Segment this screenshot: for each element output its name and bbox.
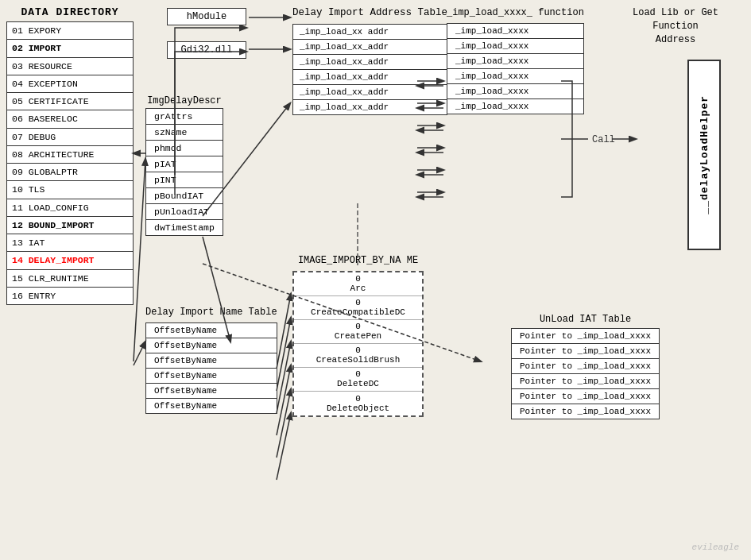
delay-load-helper-box: __delayLoadHelper <box>687 60 721 250</box>
diat-row-1: _imp_load_xx_addr <box>293 40 447 55</box>
field-row-5: pBoundIAT <box>146 188 223 204</box>
unload-iat-row-5: Pointer to _imp_load_xxxx <box>512 404 659 419</box>
diat-row-4: _imp_load_xx_addr <box>293 85 447 100</box>
dir-item-8: 09 GLOBALPTR <box>6 164 134 181</box>
imp-func-row-5: _imp_load_xxxx <box>447 99 583 114</box>
dir-item-2: 03 RESOURCE <box>6 58 134 75</box>
diat-title: Delay Import Address Table <box>292 6 447 21</box>
field-row-2: phmod <box>146 141 223 156</box>
import-by-name-row-4: 0DeleteDC <box>294 368 422 392</box>
diat-row-0: _imp_load_xx addr <box>293 25 447 40</box>
dir-item-13: 14 DELAY_IMPORT <box>6 252 134 269</box>
unload-iat-rows: Pointer to _imp_load_xxxxPointer to _imp… <box>511 328 660 419</box>
imp-func-title: _imp_load_xxxx_ function <box>447 6 584 20</box>
imp-func-row-1: _imp_load_xxxx <box>447 39 583 54</box>
img-delay-descr: ImgDelayDescr grAttrsszNamephmodpIATpINT… <box>145 95 223 236</box>
unload-iat-row-4: Pointer to _imp_load_xxxx <box>512 389 659 404</box>
diat-section: Delay Import Address Table _imp_load_xx … <box>292 6 447 115</box>
unload-iat-row-3: Pointer to _imp_load_xxxx <box>512 374 659 389</box>
field-row-6: pUnloadIAT <box>146 204 223 220</box>
svg-line-21 <box>277 318 291 391</box>
data-directory-panel: DATA DIRECTORY 01 EXPORY02 IMPORT03 RESO… <box>6 6 134 305</box>
unload-iat-row-0: Pointer to _imp_load_xxxx <box>512 329 659 344</box>
load-lib-title: Load Lib or Get Function Address <box>632 6 719 46</box>
import-by-name-row-1: 0CreateCompatibleDC <box>294 296 422 320</box>
delay-name-title: Delay Import Name Table <box>145 306 277 319</box>
dir-item-5: 06 BASERELOC <box>6 110 134 128</box>
unload-iat-title: UnLoad IAT Table <box>511 314 660 325</box>
dir-item-1: 02 IMPORT <box>6 40 134 57</box>
svg-line-23 <box>277 365 291 435</box>
delay-name-row-4: OffsetByName <box>146 384 277 399</box>
delay-name-rows: OffsetByNameOffsetByNameOffsetByNameOffs… <box>145 322 277 414</box>
field-row-4: pINT <box>146 172 223 188</box>
imp-func-rows: _imp_load_xxxx_imp_load_xxxx_imp_load_xx… <box>447 23 584 114</box>
imp-func-row-4: _imp_load_xxxx <box>447 84 583 99</box>
delay-name-row-2: OffsetByName <box>146 353 277 369</box>
dir-item-15: 16 ENTRY <box>6 288 134 305</box>
dir-item-11: 12 BOUND_IMPORT <box>6 217 134 234</box>
import-by-name-row-3: 0CreateSolidBrush <box>294 344 422 368</box>
delay-name-row-0: OffsetByName <box>146 323 277 338</box>
delay-load-helper-label: __delayLoadHelper <box>699 95 710 214</box>
dir-item-4: 05 CERTIFICATE <box>6 93 134 110</box>
dir-item-0: 01 EXPORY <box>6 21 134 40</box>
img-delay-fields: grAttrsszNamephmodpIATpINTpBoundIATpUnlo… <box>145 108 223 236</box>
diat-rows: _imp_load_xx addr_imp_load_xx_addr_imp_l… <box>292 24 447 115</box>
delay-name-row-3: OffsetByName <box>146 369 277 384</box>
diat-row-3: _imp_load_xx_addr <box>293 70 447 85</box>
import-by-name-row-2: 0CreatePen <box>294 320 422 344</box>
svg-line-20 <box>277 294 291 369</box>
imp-func-row-0: _imp_load_xxxx <box>447 24 583 39</box>
dir-item-10: 11 LOAD_CONFIG <box>6 199 134 217</box>
delay-name-row-1: OffsetByName <box>146 338 277 353</box>
unload-iat-table: UnLoad IAT Table Pointer to _imp_load_xx… <box>511 314 660 419</box>
field-row-1: szName <box>146 125 223 141</box>
diat-row-2: _imp_load_xx_addr <box>293 55 447 70</box>
delay-name-table: Delay Import Name Table OffsetByNameOffs… <box>145 306 277 414</box>
field-row-7: dwTimeStamp <box>146 220 223 235</box>
dir-item-14: 15 CLR_RUNTIME <box>6 270 134 288</box>
gdi32-box: Gdi32.dll <box>167 41 246 59</box>
unload-iat-row-2: Pointer to _imp_load_xxxx <box>512 359 659 374</box>
imp-func-row-2: _imp_load_xxxx <box>447 54 583 69</box>
unload-iat-row-1: Pointer to _imp_load_xxxx <box>512 344 659 359</box>
dir-item-6: 07 DEBUG <box>6 129 134 146</box>
svg-line-22 <box>277 342 291 413</box>
svg-text:Call: Call <box>592 134 615 145</box>
diat-row-5: _imp_load_xx_addr <box>293 100 447 114</box>
delay-name-row-5: OffsetByName <box>146 399 277 413</box>
watermark: evileagle <box>692 543 739 552</box>
diagram-container: DATA DIRECTORY 01 EXPORY02 IMPORT03 RESO… <box>0 0 751 560</box>
imp-func-section: _imp_load_xxxx_ function _imp_load_xxxx_… <box>447 6 584 114</box>
dir-item-9: 10 TLS <box>6 181 134 199</box>
import-by-name-rows: 0Arc0CreateCompatibleDC0CreatePen0Create… <box>292 271 424 417</box>
svg-line-0 <box>134 342 145 365</box>
field-row-3: pIAT <box>146 156 223 172</box>
data-directory-title: DATA DIRECTORY <box>6 6 134 18</box>
svg-line-25 <box>277 413 291 480</box>
import-by-name-section: IMAGE_IMPORT_BY_NA ME 0Arc0CreateCompati… <box>292 254 424 417</box>
dir-item-7: 08 ARCHITECTURE <box>6 146 134 164</box>
import-by-name-title: IMAGE_IMPORT_BY_NA ME <box>292 254 424 268</box>
import-by-name-row-0: 0Arc <box>294 272 422 296</box>
hmodule-box: hModule <box>167 8 246 25</box>
import-by-name-row-5: 0DeleteObject <box>294 392 422 415</box>
field-row-0: grAttrs <box>146 109 223 125</box>
dir-item-3: 04 EXCEPTION <box>6 75 134 93</box>
img-delay-descr-title: ImgDelayDescr <box>145 95 223 106</box>
imp-func-row-3: _imp_load_xxxx <box>447 69 583 84</box>
dir-item-12: 13 IAT <box>6 234 134 252</box>
svg-line-24 <box>277 389 291 458</box>
